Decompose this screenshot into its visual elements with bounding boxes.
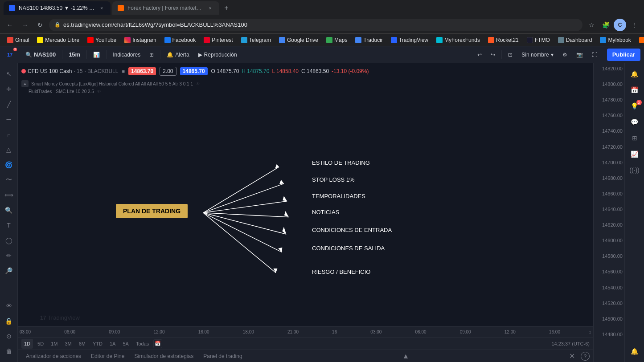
rs-ideas-button[interactable]: 💡 2 [627,99,643,113]
rs-bell-button[interactable]: 🔔 [627,344,643,358]
bookmark-myfxbook[interactable]: Myfxbook [596,35,634,45]
bookmark-maps[interactable]: Maps [323,35,351,45]
tv-logo[interactable]: 17 3 [4,49,16,61]
tab-forexfactory[interactable]: Forex Factory | Forex markets fo... × [112,1,219,15]
sidebar-icon-brush[interactable]: ✏ [2,248,16,263]
expand-indicators-button[interactable]: ▲ [21,80,29,87]
rs-chat-button[interactable]: 💬 [627,115,643,129]
tab-close-forexfactory[interactable]: × [207,4,214,12]
indicators-button[interactable]: Indicadores [109,49,144,61]
favicon-pinterest [204,37,210,43]
tf-5a[interactable]: 5A [120,339,131,349]
price-h: H 14875.70 [242,68,269,74]
templates-button[interactable]: ⊞ [146,49,157,61]
reload-button[interactable]: ↻ [34,19,46,31]
chart-name[interactable]: Sin nombre ▾ [518,49,557,61]
expand-panel-button[interactable]: ▲ [401,352,410,361]
bookmark-dashboard[interactable]: Dashboard [554,35,596,45]
sidebar-icon-lock[interactable]: 🔒 [2,314,16,328]
bookmark-tradingview[interactable]: TradingView [387,35,432,45]
undo-button[interactable]: ↩ [474,49,485,61]
sidebar-icon-eye[interactable]: 👁 [2,299,16,313]
tab-tradingview[interactable]: NAS100 14863.50 ▼ -1.22% Si... × [4,1,111,15]
sidebar-icon-cursor[interactable]: ↖ [2,67,16,81]
sidebar-icon-view[interactable]: ⊙ [2,329,16,343]
interval-button[interactable]: 15m [65,49,84,61]
chart-canvas[interactable]: PLAN DE TRADING ESTILO DE TRADING STOP L… [18,95,593,326]
camera-button[interactable]: 📷 [573,49,587,61]
rs-indicator-button[interactable]: 📈 [627,147,643,161]
new-tab-button[interactable]: + [221,3,232,13]
sidebar-icon-measure[interactable]: ⟺ [2,188,16,202]
alert-button[interactable]: 🔔 Alerta [163,49,193,61]
rs-alerts-button[interactable]: 🔔 [627,67,643,81]
url-bar[interactable]: 🔒 es.tradingview.com/chart/ftZL6sWg/?sym… [49,19,582,31]
sidebar-icon-gann[interactable]: △ [2,142,16,157]
bookmark-myforexfunds[interactable]: MyForexFunds [433,35,484,45]
replay-button[interactable]: ▶ Reproducción [195,49,241,61]
tf-3m[interactable]: 3M [62,339,74,349]
sidebar-icon-magnifier[interactable]: 🔎 [2,264,16,278]
zoom-button[interactable]: ⛶ [588,49,601,61]
forward-button[interactable]: → [19,19,31,31]
back-button[interactable]: ← [4,19,16,31]
tf-1m[interactable]: 1M [48,339,60,349]
sidebar-icon-horizontal[interactable]: ─ [2,112,16,126]
broker-badge: · BLACKBULL [84,68,118,74]
sidebar-icon-zoom[interactable]: 🔍 [2,203,16,217]
bookmark-youtube[interactable]: YouTube [84,35,120,45]
templates-icon: ⊞ [149,52,154,58]
tab-trading-panel[interactable]: Panel de trading [199,351,246,362]
bookmark-instagram[interactable]: Instagram [121,35,160,45]
profile-button[interactable]: C [614,19,626,31]
bookmark-star-icon[interactable]: ☆ [585,19,598,31]
settings-button[interactable]: ⚙ [559,49,571,61]
tab-pine-editor[interactable]: Editor de Pine [86,351,129,362]
notification-badge: 3 [13,48,17,51]
sidebar-icon-trash[interactable]: 🗑 [2,344,16,358]
menu-icon[interactable]: ⋮ [628,19,640,31]
redo-button[interactable]: ↪ [487,49,499,61]
publish-button[interactable]: Publicar [607,49,640,61]
rs-calendar-button[interactable]: 📅 [627,83,643,97]
extensions-icon[interactable]: 🧩 [599,19,612,31]
tf-ytd[interactable]: YTD [90,339,105,349]
sidebar-icon-cross[interactable]: ✛ [2,82,16,96]
tf-1a[interactable]: 1A [107,339,118,349]
chart-type-button[interactable]: 📊 [90,49,103,61]
bookmark-forexfactory[interactable]: Forex Factory [636,35,644,45]
tf-calendar-button[interactable]: 📅 [153,339,162,348]
tab-strategy-tester[interactable]: Simulador de estrategias [130,351,198,362]
tf-1d[interactable]: 1D [21,339,33,349]
indicator-labels: ▲ Smart Money Concepts [LuxAlgo] Histori… [18,79,593,88]
fullscreen-button[interactable]: ⊡ [505,49,516,61]
home-icon[interactable]: ⌂ [589,329,591,334]
tab-analyzer[interactable]: Analizador de acciones [21,351,86,362]
indicator-eye-1[interactable]: 👁 [196,81,200,86]
tf-6m[interactable]: 6M [76,339,88,349]
sidebar-icon-circle[interactable]: ◯ [2,233,16,248]
bookmark-googledrive[interactable]: Google Drive [275,35,322,45]
collapse-panel-button[interactable]: ✕ [567,352,576,361]
indicator-eye-2[interactable]: 👁 [97,89,101,94]
rs-screener-button[interactable]: ⊞ [627,131,643,145]
sidebar-icon-patterns[interactable]: 〜 [2,173,16,187]
tf-5d[interactable]: 5D [35,339,46,349]
bookmark-ftmo[interactable]: FTMO [523,35,554,45]
bookmark-telegram[interactable]: Telegram [238,35,275,45]
symbol-search[interactable]: 🔍 NAS100 [22,49,59,60]
sidebar-icon-trendline[interactable]: ╱ [2,97,16,111]
help-button[interactable]: ? [581,352,590,361]
tab-close-tradingview[interactable]: × [98,4,105,12]
sidebar-icon-fib[interactable]: 🌀 [2,158,16,172]
bookmark-pinterest[interactable]: Pinterest [200,35,236,45]
bookmark-traducir[interactable]: Traducir [352,35,386,45]
rs-strategy-button[interactable]: ((·)) [627,163,643,177]
sidebar-icon-text[interactable]: T [2,218,16,232]
bookmark-gmail[interactable]: Gmail [4,35,33,45]
bookmark-rocket21[interactable]: Rocket21 [484,35,522,45]
bookmark-mercadolibre[interactable]: Mercado Libre [33,35,83,45]
bookmark-facebook[interactable]: Facebook [161,35,200,45]
tf-todas[interactable]: Todas [133,339,152,349]
sidebar-icon-pitchfork[interactable]: ⑁ [2,127,16,142]
